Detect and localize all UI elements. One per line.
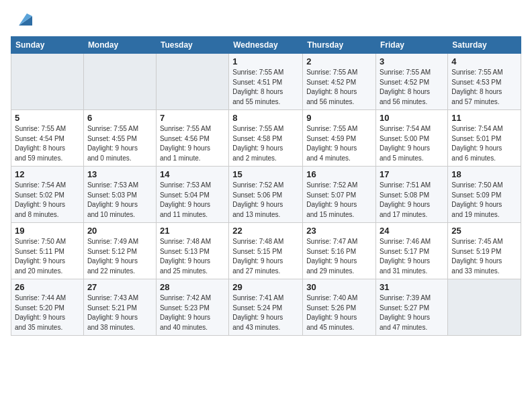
day-number: 4 — [451, 56, 517, 66]
day-number: 7 — [160, 113, 225, 123]
calendar-cell: 26Sunrise: 7:44 AM Sunset: 5:20 PM Dayli… — [11, 279, 84, 336]
calendar-cell: 11Sunrise: 7:54 AM Sunset: 5:01 PM Dayli… — [448, 110, 521, 167]
calendar-cell: 24Sunrise: 7:46 AM Sunset: 5:17 PM Dayli… — [376, 223, 448, 279]
calendar-cell: 5Sunrise: 7:55 AM Sunset: 4:54 PM Daylig… — [11, 110, 84, 167]
day-number: 5 — [15, 113, 80, 123]
calendar-cell: 21Sunrise: 7:48 AM Sunset: 5:13 PM Dayli… — [156, 223, 228, 279]
calendar-cell — [83, 54, 156, 110]
day-number: 30 — [306, 282, 372, 292]
calendar-cell: 27Sunrise: 7:43 AM Sunset: 5:21 PM Dayli… — [83, 279, 156, 336]
weekday-header-monday: Monday — [83, 37, 156, 54]
day-info: Sunrise: 7:47 AM Sunset: 5:16 PM Dayligh… — [306, 237, 372, 276]
day-info: Sunrise: 7:42 AM Sunset: 5:23 PM Dayligh… — [160, 293, 225, 332]
day-number: 9 — [306, 113, 372, 123]
day-number: 11 — [451, 113, 517, 123]
calendar-cell: 19Sunrise: 7:50 AM Sunset: 5:11 PM Dayli… — [11, 223, 84, 279]
day-number: 15 — [232, 169, 299, 179]
calendar-week-3: 12Sunrise: 7:54 AM Sunset: 5:02 PM Dayli… — [11, 167, 521, 223]
day-info: Sunrise: 7:55 AM Sunset: 4:55 PM Dayligh… — [87, 124, 152, 163]
day-info: Sunrise: 7:55 AM Sunset: 4:56 PM Dayligh… — [160, 124, 225, 163]
calendar-cell: 14Sunrise: 7:53 AM Sunset: 5:04 PM Dayli… — [156, 167, 228, 223]
day-info: Sunrise: 7:44 AM Sunset: 5:20 PM Dayligh… — [15, 293, 80, 332]
weekday-header-row: SundayMondayTuesdayWednesdayThursdayFrid… — [11, 37, 521, 54]
calendar-week-4: 19Sunrise: 7:50 AM Sunset: 5:11 PM Dayli… — [11, 223, 521, 279]
day-info: Sunrise: 7:53 AM Sunset: 5:04 PM Dayligh… — [160, 181, 225, 220]
day-info: Sunrise: 7:53 AM Sunset: 5:03 PM Dayligh… — [87, 181, 152, 220]
day-info: Sunrise: 7:55 AM Sunset: 4:52 PM Dayligh… — [380, 68, 444, 107]
calendar-cell: 3Sunrise: 7:55 AM Sunset: 4:52 PM Daylig… — [376, 54, 448, 110]
day-info: Sunrise: 7:43 AM Sunset: 5:21 PM Dayligh… — [87, 293, 152, 332]
day-number: 12 — [15, 169, 80, 179]
day-number: 25 — [451, 226, 517, 236]
day-number: 23 — [306, 226, 372, 236]
calendar-cell: 8Sunrise: 7:55 AM Sunset: 4:58 PM Daylig… — [229, 110, 303, 167]
day-info: Sunrise: 7:50 AM Sunset: 5:09 PM Dayligh… — [451, 181, 517, 220]
day-info: Sunrise: 7:49 AM Sunset: 5:12 PM Dayligh… — [87, 237, 152, 276]
day-number: 20 — [87, 226, 152, 236]
day-number: 24 — [380, 226, 444, 236]
day-info: Sunrise: 7:54 AM Sunset: 5:00 PM Dayligh… — [380, 124, 444, 163]
day-info: Sunrise: 7:55 AM Sunset: 4:54 PM Dayligh… — [15, 124, 80, 163]
calendar-cell: 9Sunrise: 7:55 AM Sunset: 4:59 PM Daylig… — [303, 110, 376, 167]
calendar-cell: 30Sunrise: 7:40 AM Sunset: 5:26 PM Dayli… — [303, 279, 376, 336]
day-info: Sunrise: 7:52 AM Sunset: 5:07 PM Dayligh… — [306, 181, 372, 220]
day-number: 14 — [160, 169, 225, 179]
calendar-cell: 12Sunrise: 7:54 AM Sunset: 5:02 PM Dayli… — [11, 167, 84, 223]
day-info: Sunrise: 7:41 AM Sunset: 5:24 PM Dayligh… — [232, 293, 299, 332]
day-info: Sunrise: 7:51 AM Sunset: 5:08 PM Dayligh… — [380, 181, 444, 220]
day-info: Sunrise: 7:40 AM Sunset: 5:26 PM Dayligh… — [306, 293, 372, 332]
day-info: Sunrise: 7:46 AM Sunset: 5:17 PM Dayligh… — [380, 237, 444, 276]
calendar-cell: 25Sunrise: 7:45 AM Sunset: 5:19 PM Dayli… — [448, 223, 521, 279]
calendar-table: SundayMondayTuesdayWednesdayThursdayFrid… — [11, 36, 521, 336]
day-number: 29 — [232, 282, 299, 292]
day-info: Sunrise: 7:48 AM Sunset: 5:13 PM Dayligh… — [160, 237, 225, 276]
day-number: 8 — [232, 113, 299, 123]
calendar-cell — [448, 279, 521, 336]
calendar-cell — [11, 54, 84, 110]
calendar-cell: 23Sunrise: 7:47 AM Sunset: 5:16 PM Dayli… — [303, 223, 376, 279]
day-info: Sunrise: 7:50 AM Sunset: 5:11 PM Dayligh… — [15, 237, 80, 276]
day-number: 17 — [380, 169, 444, 179]
calendar-cell: 7Sunrise: 7:55 AM Sunset: 4:56 PM Daylig… — [156, 110, 228, 167]
day-number: 27 — [87, 282, 152, 292]
day-info: Sunrise: 7:55 AM Sunset: 4:58 PM Dayligh… — [232, 124, 299, 163]
calendar-cell: 22Sunrise: 7:48 AM Sunset: 5:15 PM Dayli… — [229, 223, 303, 279]
day-info: Sunrise: 7:55 AM Sunset: 4:59 PM Dayligh… — [306, 124, 372, 163]
weekday-header-tuesday: Tuesday — [156, 37, 228, 54]
calendar-cell: 31Sunrise: 7:39 AM Sunset: 5:27 PM Dayli… — [376, 279, 448, 336]
calendar-cell: 2Sunrise: 7:55 AM Sunset: 4:52 PM Daylig… — [303, 54, 376, 110]
calendar-cell: 10Sunrise: 7:54 AM Sunset: 5:00 PM Dayli… — [376, 110, 448, 167]
day-number: 31 — [380, 282, 444, 292]
calendar-cell: 16Sunrise: 7:52 AM Sunset: 5:07 PM Dayli… — [303, 167, 376, 223]
weekday-header-thursday: Thursday — [303, 37, 376, 54]
day-number: 10 — [380, 113, 444, 123]
weekday-header-saturday: Saturday — [448, 37, 521, 54]
day-number: 2 — [306, 56, 372, 66]
calendar-cell: 18Sunrise: 7:50 AM Sunset: 5:09 PM Dayli… — [448, 167, 521, 223]
day-number: 18 — [451, 169, 517, 179]
day-number: 3 — [380, 56, 444, 66]
day-number: 16 — [306, 169, 372, 179]
calendar-week-5: 26Sunrise: 7:44 AM Sunset: 5:20 PM Dayli… — [11, 279, 521, 336]
calendar-week-1: 1Sunrise: 7:55 AM Sunset: 4:51 PM Daylig… — [11, 54, 521, 110]
day-info: Sunrise: 7:52 AM Sunset: 5:06 PM Dayligh… — [232, 181, 299, 220]
day-number: 19 — [15, 226, 80, 236]
page-header — [11, 11, 521, 30]
day-number: 26 — [15, 282, 80, 292]
calendar-cell: 20Sunrise: 7:49 AM Sunset: 5:12 PM Dayli… — [83, 223, 156, 279]
calendar-cell: 29Sunrise: 7:41 AM Sunset: 5:24 PM Dayli… — [229, 279, 303, 336]
calendar-cell: 13Sunrise: 7:53 AM Sunset: 5:03 PM Dayli… — [83, 167, 156, 223]
day-info: Sunrise: 7:54 AM Sunset: 5:02 PM Dayligh… — [15, 181, 80, 220]
weekday-header-sunday: Sunday — [11, 37, 84, 54]
day-number: 21 — [160, 226, 225, 236]
day-info: Sunrise: 7:55 AM Sunset: 4:51 PM Dayligh… — [232, 68, 299, 107]
day-number: 1 — [232, 56, 299, 66]
day-info: Sunrise: 7:45 AM Sunset: 5:19 PM Dayligh… — [451, 237, 517, 276]
weekday-header-wednesday: Wednesday — [229, 37, 303, 54]
day-info: Sunrise: 7:48 AM Sunset: 5:15 PM Dayligh… — [232, 237, 299, 276]
calendar-cell: 1Sunrise: 7:55 AM Sunset: 4:51 PM Daylig… — [229, 54, 303, 110]
day-info: Sunrise: 7:55 AM Sunset: 4:53 PM Dayligh… — [451, 68, 517, 107]
calendar-cell: 4Sunrise: 7:55 AM Sunset: 4:53 PM Daylig… — [448, 54, 521, 110]
calendar-cell: 6Sunrise: 7:55 AM Sunset: 4:55 PM Daylig… — [83, 110, 156, 167]
calendar-cell: 17Sunrise: 7:51 AM Sunset: 5:08 PM Dayli… — [376, 167, 448, 223]
